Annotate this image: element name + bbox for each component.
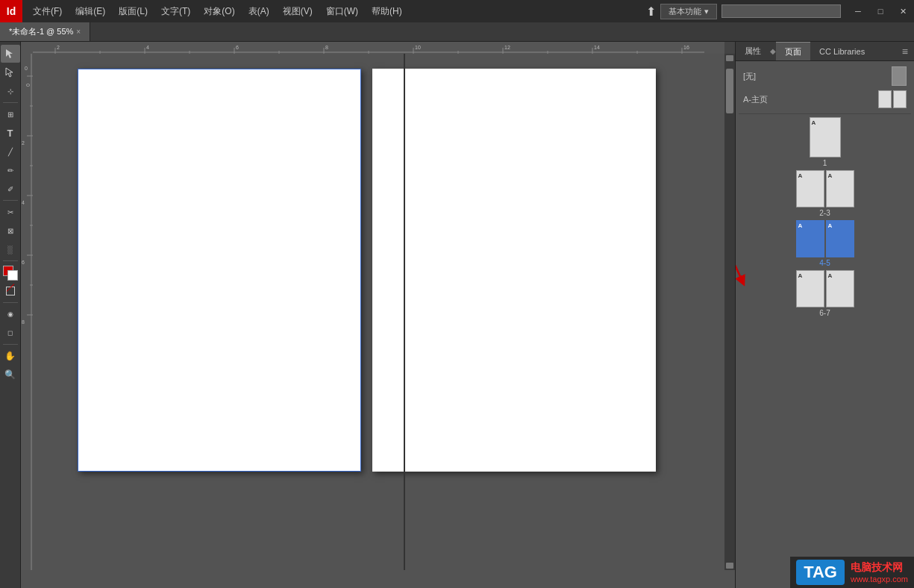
menu-bar: 文件(F) 编辑(E) 版面(L) 文字(T) 对象(O) 表(A) 视图(V)… (22, 2, 646, 21)
ruler-top-row: 2 4 6 8 10 12 14 16 (21, 42, 735, 54)
page-thumb-4[interactable]: A (796, 220, 824, 257)
page-group-6-7[interactable]: A A 6-7 (739, 270, 911, 317)
hand-tool[interactable]: ✋ (1, 347, 20, 365)
svg-text:12: 12 (504, 45, 510, 50)
page-thumb-pair-2-3[interactable]: A A (796, 170, 854, 207)
page-group-4-5[interactable]: A A 4-5 (739, 220, 911, 267)
upload-icon[interactable]: ⬆ (646, 4, 656, 19)
canvas-scroll-area[interactable] (33, 54, 724, 570)
svg-text:16: 16 (683, 45, 689, 50)
tool-separator-5 (3, 344, 18, 345)
page-6-a: A (798, 272, 803, 279)
svg-text:8: 8 (22, 319, 25, 325)
restore-button[interactable]: □ (869, 0, 892, 22)
svg-text:10: 10 (415, 45, 421, 50)
scrollbar-top-right (724, 42, 735, 54)
menu-table[interactable]: 表(A) (242, 2, 275, 21)
menu-object[interactable]: 对象(O) (198, 2, 240, 21)
document-tab[interactable]: *未命名-1 @ 55% × (0, 22, 90, 41)
page-group-1[interactable]: A 1 (739, 117, 911, 167)
right-panel: 属性 ◆ 页面 CC Libraries ≡ [无] A-主页 (735, 42, 914, 588)
page-thumb-pair-4-5[interactable]: A A (796, 220, 854, 257)
pen-tool[interactable]: ✏ (1, 161, 20, 179)
page-1-label: 1 (823, 159, 827, 167)
master-row: A-主页 (739, 88, 911, 110)
page-5[interactable] (372, 69, 656, 472)
gap-tool[interactable]: ⊹ (1, 82, 20, 100)
svg-marker-1 (6, 68, 13, 77)
menu-view[interactable]: 视图(V) (277, 2, 319, 21)
ruler-horizontal: 2 4 6 8 10 12 14 16 (33, 42, 724, 54)
color-swatch[interactable] (1, 263, 20, 281)
line-tool[interactable]: ╱ (1, 143, 20, 160)
master-thumb-right (893, 90, 907, 108)
page-thumb-5[interactable]: A (826, 220, 854, 257)
view-mode-btn[interactable]: ◻ (1, 324, 20, 342)
pencil-tool[interactable]: ✐ (1, 180, 20, 198)
svg-text:0: 0 (25, 84, 31, 87)
tool-separator-4 (3, 302, 18, 303)
page-thumb-6[interactable]: A (796, 270, 824, 307)
menu-text[interactable]: 文字(T) (155, 2, 196, 21)
app-icon: Id (0, 0, 22, 22)
window-controls: ─ □ ✕ (847, 0, 914, 22)
svg-text:6: 6 (22, 260, 25, 265)
scroll-down-btn[interactable] (726, 563, 733, 569)
mode-btn[interactable]: ◉ (1, 305, 20, 323)
page-3-a: A (828, 172, 833, 179)
workspace-button[interactable]: 基本功能 ▾ (660, 4, 717, 19)
menu-help[interactable]: 帮助(H) (366, 2, 408, 21)
page-4[interactable] (78, 69, 361, 472)
page-thumb-1[interactable]: A (810, 117, 841, 157)
master-thumb-pair (878, 90, 907, 108)
tab-pages[interactable]: 页面 (776, 42, 810, 60)
frame-tool[interactable]: ⊞ (1, 105, 20, 123)
page-thumb-3[interactable]: A (826, 170, 854, 207)
vertical-scrollbar[interactable] (724, 54, 735, 570)
scroll-track[interactable] (726, 61, 733, 563)
page-group-2-3[interactable]: A A 2-3 (739, 170, 911, 217)
svg-text:4: 4 (22, 200, 25, 205)
text-tool[interactable]: T (1, 124, 20, 142)
svg-text:14: 14 (594, 45, 600, 50)
canvas-with-left-ruler: 0 2 4 6 8 0 (21, 54, 735, 570)
menu-window[interactable]: 窗口(W) (320, 2, 364, 21)
selection-tool[interactable] (1, 45, 20, 63)
page-thumb-pair-6-7[interactable]: A A (796, 270, 854, 307)
page-thumb-2[interactable]: A (796, 170, 824, 207)
svg-text:4: 4 (146, 45, 149, 50)
none-label: [无] (743, 71, 889, 82)
direct-select-tool[interactable] (1, 63, 20, 81)
page-4-container (78, 69, 361, 472)
zoom-tool[interactable]: 🔍 (1, 366, 20, 384)
panel-divider (739, 113, 911, 114)
page-5-a: A (828, 222, 833, 229)
placeholder-tool[interactable]: ⊠ (1, 222, 20, 240)
scroll-thumb[interactable] (726, 69, 733, 113)
page-thumb-7[interactable]: A (826, 270, 854, 307)
tab-cc-libraries[interactable]: CC Libraries (810, 42, 874, 60)
tab-bar: *未命名-1 @ 55% × (0, 22, 914, 42)
minimize-button[interactable]: ─ (847, 0, 869, 22)
title-right-controls: ⬆ 基本功能 ▾ (646, 4, 847, 19)
apply-none-tool[interactable] (1, 282, 20, 300)
tab-properties[interactable]: 属性 (736, 42, 770, 60)
page-7-a: A (828, 272, 833, 279)
search-input[interactable] (722, 4, 841, 18)
gradient-tool[interactable]: ░ (1, 240, 20, 258)
panel-menu-button[interactable]: ≡ (896, 46, 914, 57)
close-button[interactable]: ✕ (892, 0, 914, 22)
page-spread (78, 69, 656, 472)
scroll-up-btn[interactable] (726, 55, 733, 61)
tab-close-button[interactable]: × (76, 28, 81, 36)
tool-separator-3 (3, 260, 18, 261)
scissors-tool[interactable]: ✂ (1, 203, 20, 221)
page-4-a: A (798, 222, 803, 229)
menu-file[interactable]: 文件(F) (27, 2, 68, 21)
tag-badge: TAG (796, 560, 845, 585)
master-label: A-主页 (743, 94, 878, 105)
page-2-a: A (798, 172, 803, 179)
svg-marker-0 (6, 49, 13, 58)
menu-layout[interactable]: 版面(L) (113, 2, 154, 21)
menu-edit[interactable]: 编辑(E) (69, 2, 111, 21)
